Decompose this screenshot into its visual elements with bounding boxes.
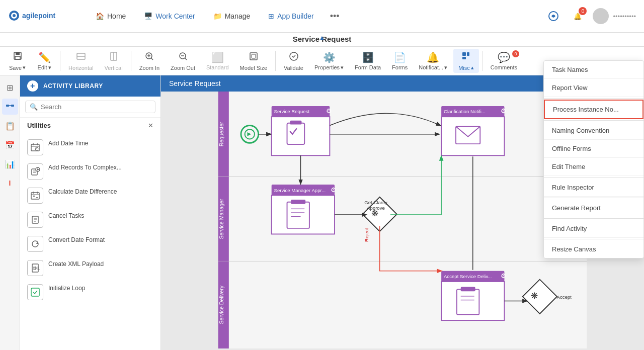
nav-right: 🔔 0 ••••••••••	[544, 7, 636, 25]
svg-rect-54	[31, 288, 39, 296]
ai-assistant-btn[interactable]	[544, 7, 562, 25]
horizontal-label: Horizontal	[68, 65, 94, 71]
svg-line-13	[151, 58, 153, 60]
toolbar-edit[interactable]: ✏️ Edit ▾	[32, 49, 57, 73]
logo[interactable]: agilepoint	[8, 7, 68, 26]
user-avatar[interactable]: ••••••••••	[593, 8, 636, 24]
canvas-title: Service Request	[169, 79, 221, 88]
svg-text:Service Manager Appr...: Service Manager Appr...	[274, 188, 326, 193]
svg-rect-6	[16, 52, 20, 55]
toolbar-formdata[interactable]: 🗄️ Form Data	[350, 49, 386, 72]
toolbar-forms[interactable]: 📄 Forms	[387, 49, 413, 72]
left-strip: ⊞ 📋 📅 📊 I	[0, 75, 20, 350]
activity-library-sidebar: + ACTIVITY LIBRARY 🔍 Utilities ✕ Add Dat…	[20, 75, 161, 350]
toolbar-notifications[interactable]: 🔔 Notificat... ▾	[414, 49, 452, 73]
dropdown-tasknames[interactable]: Task Names	[544, 61, 643, 79]
dropdown-namingconvention[interactable]: Naming Convention	[544, 122, 643, 140]
toolbar-modelsize[interactable]: Model Size	[235, 49, 272, 73]
comments-badge: 0	[512, 50, 519, 57]
dropdown-sep-1	[544, 98, 643, 99]
namingconvention-label: Naming Convention	[552, 127, 609, 134]
nav-appbuilder-label: App Builder	[277, 12, 313, 20]
toolbar-sep-1	[60, 51, 60, 71]
dropdown-findactivity[interactable]: Find Activity	[544, 220, 643, 238]
vertical-icon	[109, 51, 119, 64]
toolbar-validate[interactable]: Validate	[279, 49, 308, 73]
initializeloop-label: Initialize Loop	[48, 284, 85, 293]
sidebar-item-canceltasks[interactable]: Cancel Tasks	[20, 208, 160, 232]
dropdown-generatereport[interactable]: Generate Report	[544, 199, 643, 217]
toolbar-misc[interactable]: Misc ▴	[453, 49, 479, 73]
nav-workcenter-label: Work Center	[155, 12, 195, 20]
strip-calendar-icon[interactable]: 📅	[2, 137, 18, 153]
notifications-btn[interactable]: 🔔 0	[569, 7, 587, 25]
notification-badge: 0	[579, 7, 587, 15]
nav-workcenter[interactable]: 🖥️ Work Center	[137, 8, 202, 24]
dropdown-ruleinspector[interactable]: Rule Inspector	[544, 179, 643, 197]
section-title: Utilities	[27, 122, 51, 129]
svg-text:Service Manager: Service Manager	[218, 199, 224, 239]
processinstance-label: Process Instance No...	[553, 106, 619, 113]
notifications-toolbar-icon: 🔔	[427, 51, 439, 63]
toolbar-horizontal[interactable]: Horizontal	[63, 49, 99, 73]
initializeloop-icon	[27, 284, 43, 300]
nav-manage[interactable]: 📁 Manage	[206, 8, 258, 24]
svg-line-17	[185, 58, 187, 60]
validate-icon	[289, 51, 299, 64]
svg-rect-7	[15, 56, 20, 59]
toolbar-zoomout[interactable]: Zoom Out	[166, 49, 200, 73]
nav-home-label: Home	[107, 12, 126, 20]
sidebar-item-convertdate[interactable]: Convert Date Format	[20, 232, 160, 256]
nav-home[interactable]: 🏠 Home	[89, 8, 133, 24]
resizecanvas-label: Resize Canvas	[552, 245, 596, 253]
strip-letter-icon[interactable]: I	[2, 175, 18, 191]
nav-appbuilder[interactable]: ⊞ App Builder	[261, 8, 320, 24]
comments-icon: 💬	[498, 51, 510, 63]
toolbar-properties[interactable]: ⚙️ Properties ▾	[309, 49, 349, 73]
search-input[interactable]	[41, 103, 151, 111]
sidebar-item-calculatediff[interactable]: Calculate Date Difference	[20, 184, 160, 208]
dropdown-edittheme[interactable]: Edit Theme	[544, 158, 643, 176]
section-close-icon[interactable]: ✕	[148, 122, 153, 129]
convertdate-label: Convert Date Format	[48, 236, 105, 244]
toolbar-save[interactable]: Save ▾	[4, 49, 31, 73]
nav-more-btn[interactable]: •••	[325, 7, 345, 26]
dropdown-sep-3	[544, 177, 643, 178]
dropdown-processinstance[interactable]: Process Instance No...	[544, 100, 643, 119]
toolbar-vertical[interactable]: Vertical	[100, 49, 128, 73]
dropdown-reportview[interactable]: Report View	[544, 79, 643, 97]
svg-rect-25	[6, 105, 9, 107]
svg-rect-20	[252, 54, 256, 58]
sidebar-item-adddatetime[interactable]: Add Date Time	[20, 135, 160, 159]
ruleinspector-label: Rule Inspector	[552, 184, 594, 191]
svg-text:Accept: Accept	[557, 294, 572, 300]
toolbar-standard[interactable]: ⬜ Standard	[201, 49, 234, 72]
collapse-arrow-btn[interactable]: ▲	[318, 34, 326, 42]
dropdown-offlineforms[interactable]: Offline Forms	[544, 140, 643, 158]
dropdown-sep-4	[544, 198, 643, 198]
strip-list-icon[interactable]: 📋	[2, 118, 18, 134]
sidebar-item-addrecords[interactable]: Add Records To Complex...	[20, 159, 160, 184]
canceltasks-icon	[27, 212, 43, 228]
toolbar-zoomin[interactable]: Zoom In	[134, 49, 165, 73]
zoomin-label: Zoom In	[139, 65, 159, 71]
strip-chart-icon[interactable]: 📊	[2, 156, 18, 172]
sidebar-add-btn[interactable]: +	[27, 80, 38, 92]
svg-rect-83	[291, 200, 305, 204]
misc-label: Misc	[458, 65, 470, 71]
createxml-label: Create XML Payload	[48, 260, 104, 269]
sidebar-item-createxml[interactable]: XML Create XML Payload	[20, 256, 160, 280]
svg-rect-41	[31, 193, 39, 199]
strip-diagram-icon[interactable]	[2, 99, 18, 115]
addrecords-icon	[27, 163, 43, 180]
svg-text:Accept Service Deliv...: Accept Service Deliv...	[444, 274, 492, 279]
adddatetime-icon	[27, 139, 43, 155]
strip-grid-icon[interactable]: ⊞	[2, 79, 18, 96]
sidebar-item-initializeloop[interactable]: Initialize Loop	[20, 280, 160, 304]
svg-text:Clarification Notifi...: Clarification Notifi...	[444, 109, 486, 114]
dropdown-resizecanvas[interactable]: Resize Canvas	[544, 240, 643, 258]
subtitle-bar: ▲ Service Request	[0, 33, 644, 47]
toolbar-comments[interactable]: 💬 Comments 0	[486, 49, 522, 72]
svg-text:⚙: ⚙	[501, 107, 507, 115]
notifications-label: Notificat...	[419, 64, 443, 70]
